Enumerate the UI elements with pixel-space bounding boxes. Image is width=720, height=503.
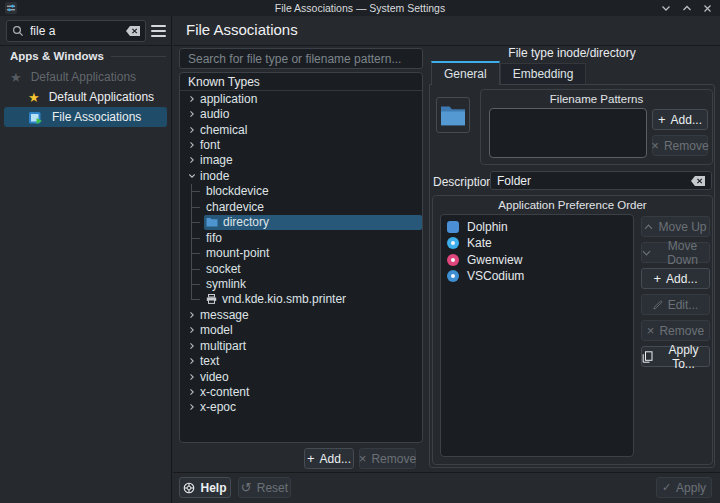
app-row-dolphin[interactable]: Dolphin: [441, 219, 633, 235]
clear-description-icon[interactable]: [691, 176, 705, 186]
tree-item-chemical[interactable]: chemical: [180, 122, 422, 137]
app-name: Dolphin: [467, 220, 508, 234]
help-button[interactable]: Help: [179, 477, 231, 498]
collapse-icon[interactable]: [186, 172, 198, 180]
filename-patterns-group: Filename Patterns +Add... ×Remove: [480, 89, 713, 165]
tree-item-label: vnd.kde.kio.smb.printer: [222, 292, 346, 306]
tree-item-socket[interactable]: socket: [180, 261, 422, 276]
tree-item-text[interactable]: text: [180, 353, 422, 368]
filename-patterns-list[interactable]: [489, 108, 647, 158]
expand-icon[interactable]: [186, 126, 198, 134]
app-name: Gwenview: [467, 253, 522, 267]
remove-icon: ×: [651, 139, 659, 152]
sidebar-search-input[interactable]: [28, 23, 122, 39]
mime-type-icon-button[interactable]: [436, 97, 470, 133]
tree-item-multipart[interactable]: multipart: [180, 338, 422, 353]
remove-type-button[interactable]: ×Remove: [359, 448, 416, 469]
expand-icon[interactable]: [186, 156, 198, 164]
edit-app-button[interactable]: Edit...: [641, 294, 710, 315]
expand-icon[interactable]: [186, 141, 198, 149]
add-type-button[interactable]: +Add...: [304, 448, 354, 469]
close-icon[interactable]: [703, 4, 712, 13]
tree-guide-line: [186, 184, 204, 199]
section-label: Apps & Windows: [10, 50, 104, 62]
tree-item-label: x-content: [200, 385, 249, 399]
app-row-gwenview[interactable]: Gwenview: [441, 252, 633, 268]
tree-item-label: x-epoc: [200, 400, 236, 414]
apply-to-button[interactable]: Apply To...: [641, 346, 710, 367]
mime-search-input[interactable]: [179, 48, 423, 69]
clear-search-icon[interactable]: [126, 26, 140, 36]
move-down-button[interactable]: Move Down: [641, 242, 710, 263]
known-types-tree: applicationaudiochemicalfontimageinodebl…: [180, 91, 422, 415]
tree-item-chardevice[interactable]: chardevice: [180, 199, 422, 214]
tree-item-audio[interactable]: audio: [180, 106, 422, 121]
expand-icon[interactable]: [186, 110, 198, 118]
sidebar-item-default-applications-category: ★ Default Applications: [4, 67, 167, 87]
tree-item-label: message: [200, 308, 249, 322]
minimize-icon[interactable]: [661, 5, 671, 12]
tree-item-mount-point[interactable]: mount-point: [180, 245, 422, 260]
tree-item-video[interactable]: video: [180, 369, 422, 384]
add-app-button[interactable]: +Add...: [641, 268, 710, 289]
star-icon: ★: [28, 91, 40, 104]
folder-icon: [206, 217, 218, 227]
sidebar: Apps & Windows ★ Default Applications ★ …: [0, 16, 172, 503]
tab-general[interactable]: General: [431, 61, 500, 85]
chevron-up-icon: [644, 224, 653, 230]
titlebar: File Associations — System Settings: [0, 0, 720, 16]
expand-icon[interactable]: [186, 95, 198, 103]
filename-patterns-title: Filename Patterns: [481, 93, 712, 105]
tab-embedding[interactable]: Embedding: [500, 63, 587, 84]
tree-item-font[interactable]: font: [180, 137, 422, 152]
app-preference-list[interactable]: DolphinKateGwenviewVSCodium: [440, 214, 634, 457]
reset-button[interactable]: ↺Reset: [238, 477, 291, 498]
remove-app-button[interactable]: ×Remove: [641, 320, 710, 341]
tree-item-x-epoc[interactable]: x-epoc: [180, 400, 422, 415]
expand-icon[interactable]: [186, 403, 198, 411]
maximize-icon[interactable]: [682, 5, 692, 12]
tree-item-inode[interactable]: inode: [180, 168, 422, 183]
sidebar-item-file-associations[interactable]: File Associations: [4, 107, 167, 127]
sidebar-search: [6, 20, 146, 42]
remove-pattern-button[interactable]: ×Remove: [652, 135, 708, 156]
expand-icon[interactable]: [186, 388, 198, 396]
apply-button[interactable]: ✓Apply: [656, 477, 712, 498]
tree-item-directory[interactable]: directory: [180, 215, 422, 230]
tree-item-model[interactable]: model: [180, 323, 422, 338]
move-up-button[interactable]: Move Up: [641, 216, 710, 237]
tree-guide-line: [186, 230, 204, 245]
expand-icon[interactable]: [186, 342, 198, 350]
app-row-vscodium[interactable]: VSCodium: [441, 268, 633, 284]
tree-item-vnd.kde.kio.smb.printer[interactable]: vnd.kde.kio.smb.printer: [180, 292, 422, 307]
reset-icon: ↺: [241, 481, 252, 494]
expand-icon[interactable]: [186, 311, 198, 319]
page-title: File Associations: [186, 21, 298, 38]
check-icon: ✓: [662, 482, 671, 493]
sidebar-item-default-applications[interactable]: ★ Default Applications: [4, 87, 167, 107]
description-field[interactable]: Folder: [490, 171, 712, 190]
expand-icon[interactable]: [186, 357, 198, 365]
add-pattern-button[interactable]: +Add...: [652, 109, 708, 130]
tree-item-image[interactable]: image: [180, 153, 422, 168]
remove-icon: ×: [647, 324, 655, 337]
file-associations-icon: [28, 110, 43, 125]
tree-item-x-content[interactable]: x-content: [180, 384, 422, 399]
app-row-kate[interactable]: Kate: [441, 235, 633, 251]
tree-item-message[interactable]: message: [180, 307, 422, 322]
folder-icon: [440, 105, 466, 126]
expand-icon[interactable]: [186, 373, 198, 381]
remove-icon: ×: [359, 452, 367, 465]
tree-item-fifo[interactable]: fifo: [180, 230, 422, 245]
tree-item-symlink[interactable]: symlink: [180, 276, 422, 291]
tree-item-blockdevice[interactable]: blockdevice: [180, 184, 422, 199]
expand-icon[interactable]: [186, 326, 198, 334]
tree-item-application[interactable]: application: [180, 91, 422, 106]
star-icon: ★: [10, 71, 22, 84]
tree-item-label: chardevice: [206, 200, 264, 214]
search-icon: [12, 25, 24, 37]
tree-guide-line: [186, 199, 204, 214]
menu-button[interactable]: [151, 22, 170, 40]
tree-item-label: fifo: [206, 231, 222, 245]
system-settings-window: File Associations — System Settings Apps…: [0, 0, 720, 503]
